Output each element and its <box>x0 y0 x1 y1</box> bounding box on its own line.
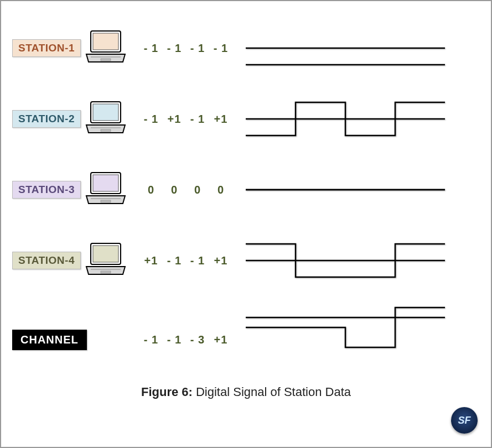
svg-rect-18 <box>101 271 111 273</box>
channel-badge: CHANNEL <box>12 330 87 350</box>
station-values: - 1- 1- 1- 1 <box>134 42 245 55</box>
channel-row: CHANNEL - 1- 1- 3+1 <box>12 301 480 378</box>
channel-values: - 1- 1- 3+1 <box>134 334 245 346</box>
figure-caption: Figure 6: Digital Signal of Station Data <box>12 385 480 399</box>
svg-rect-6 <box>93 104 118 121</box>
laptop-icon <box>84 171 127 206</box>
station-waveform <box>245 91 480 147</box>
laptop-icon <box>84 101 127 135</box>
station-waveform <box>245 162 480 217</box>
station-values: +1- 1- 1+1 <box>134 254 245 267</box>
svg-rect-13 <box>101 200 111 202</box>
svg-rect-3 <box>101 59 111 61</box>
svg-rect-16 <box>93 246 118 262</box>
svg-rect-11 <box>93 175 118 191</box>
station-row: STATION-3 0000 <box>12 159 480 220</box>
station-row: STATION-2 - 1+1- 1+1 <box>12 88 480 149</box>
channel-waveform <box>245 301 480 378</box>
station-badge: STATION-1 <box>12 39 81 57</box>
station-badge: STATION-2 <box>12 110 81 128</box>
laptop-icon <box>84 242 127 277</box>
station-values: 0000 <box>134 184 245 196</box>
station-badge: STATION-3 <box>12 181 81 199</box>
station-row: STATION-1 - 1- 1- 1- 1 <box>12 18 480 79</box>
station-badge: STATION-4 <box>12 252 81 269</box>
station-waveform <box>245 20 480 76</box>
station-row: STATION-4 +1- 1- 1+1 <box>12 230 480 291</box>
station-waveform <box>245 233 480 288</box>
station-values: - 1+1- 1+1 <box>134 113 245 126</box>
laptop-icon <box>84 30 127 64</box>
site-logo-icon: SF <box>451 407 478 434</box>
svg-rect-1 <box>93 33 118 50</box>
svg-rect-8 <box>101 129 111 132</box>
figure-frame: STATION-1 - 1- 1- 1- 1 STATION-2 - 1+1- … <box>0 0 492 448</box>
